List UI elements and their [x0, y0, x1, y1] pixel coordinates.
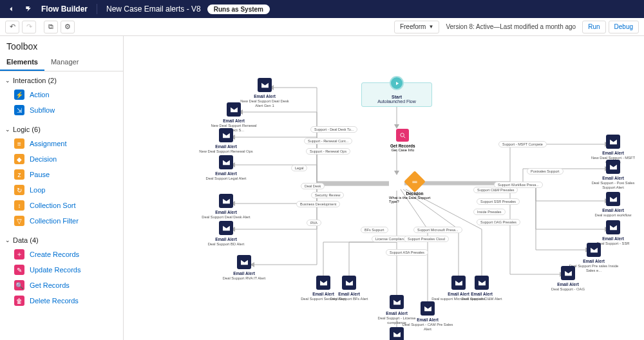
sidebar-item-update-records[interactable]: ✎Update Records [0, 262, 123, 278]
email-icon [342, 276, 356, 290]
edge-label: Security Review [311, 192, 344, 198]
email-icon [219, 128, 233, 142]
start-sub: Autolaunched Flow [377, 99, 416, 104]
sidebar: Toolbox Elements Manager ⌄Interaction (2… [0, 36, 124, 340]
header-divider [97, 4, 97, 14]
email-node-6[interactable]: Email AlertDeal Support BD Alert [198, 221, 254, 247]
copy-button[interactable]: ⧉ [44, 21, 58, 33]
update-icon: ✎ [14, 265, 24, 275]
edge-label: Support - Renewal Ops [306, 148, 350, 155]
pause-icon: z [14, 169, 24, 180]
sidebar-title: Toolbox [0, 36, 123, 54]
sidebar-item-collection-sort[interactable]: ↕Collection Sort [0, 198, 123, 213]
subflow-icon: ⇲ [14, 105, 24, 115]
email-icon [421, 301, 435, 316]
sidebar-item-delete-records[interactable]: 🗑Delete Records [0, 293, 123, 308]
sidebar-item-loop[interactable]: ↻Loop [0, 182, 123, 198]
edge-label: Support - Deal Desk To... [310, 126, 357, 133]
action-icon: ⚡ [14, 90, 24, 100]
back-button[interactable] [5, 3, 17, 15]
settings-button[interactable]: ⚙ [61, 21, 75, 33]
edge-label: BFs Support [361, 227, 388, 233]
email-icon [237, 255, 251, 269]
toolbar: ↶ ↷ ⧉ ⚙ Freeform ▼ Version 8: Active—Las… [0, 18, 644, 36]
email-icon [475, 276, 489, 290]
email-node-12[interactable]: Email AlertDeal Support - CAM Pre Sales … [399, 301, 456, 332]
assignment-icon: ≡ [14, 138, 24, 149]
edge-label: Support Microsoft Presa... [413, 227, 462, 233]
get-records-icon [396, 129, 409, 142]
email-node-15[interactable]: Email AlertDeal Support - OAG [540, 266, 596, 292]
app-title: Flow Builder [41, 5, 88, 14]
email-icon [227, 102, 241, 117]
sidebar-item-get-records[interactable]: 🔍Get Records [0, 278, 123, 293]
svg-point-22 [401, 133, 404, 137]
email-node-18[interactable]: Email AlertDeal support workflow [585, 192, 641, 218]
get-records-node[interactable]: Get Records Get Case Info [390, 129, 415, 152]
sidebar-item-decision[interactable]: ◆Decision [0, 151, 123, 167]
email-icon [606, 220, 620, 234]
get-records-title: Get Records [390, 144, 415, 148]
group-logic[interactable]: ⌄Logic (6) [0, 123, 123, 136]
decision-node[interactable]: Decision What is the Deal Support Type? [389, 174, 440, 203]
edge-label: Support Presales Cloud [404, 236, 449, 242]
sidebar-item-pause[interactable]: zPause [0, 167, 123, 182]
layout-mode-select[interactable]: Freeform ▼ [394, 21, 439, 33]
email-node-14[interactable]: Email AlertDeal Support CI&M Alert [453, 276, 510, 301]
email-icon [606, 192, 620, 206]
sidebar-item-subflow[interactable]: ⇲Subflow [0, 102, 123, 118]
filter-icon: ▽ [14, 216, 24, 226]
play-icon [390, 76, 404, 90]
email-icon [219, 221, 233, 235]
debug-button[interactable]: Debug [609, 21, 639, 33]
flow-canvas[interactable]: Start Autolaunched Flow Get Records Get … [124, 36, 644, 340]
email-icon [219, 194, 233, 208]
edge-label: Support ASA Presales [386, 249, 428, 256]
email-icon [561, 266, 575, 280]
email-node-3[interactable]: Email AlertNew Deal Support Renewal Ops [198, 128, 254, 154]
email-node-19[interactable]: Email AlertDeal Support - Post Sales Sup… [585, 160, 641, 190]
sidebar-item-assignment[interactable]: ≡Assignment [0, 136, 123, 151]
sidebar-item-collection-filter[interactable]: ▽Collection Filter [0, 213, 123, 229]
create-icon: ＋ [14, 249, 24, 260]
email-icon [606, 160, 620, 174]
edge-label: Support OAG Presales [477, 219, 520, 225]
sort-icon: ↕ [14, 200, 24, 211]
delete-icon: 🗑 [14, 296, 24, 306]
get-records-sub: Get Case Info [391, 148, 414, 152]
email-node-7[interactable]: Email AlertDeal Support RVA IT Alert [216, 255, 272, 281]
tab-elements[interactable]: Elements [0, 54, 44, 71]
edge-label: RVA [307, 220, 321, 226]
start-title: Start [392, 95, 402, 99]
start-node[interactable]: Start Autolaunched Flow [361, 76, 432, 107]
group-data[interactable]: ⌄Data (4) [0, 234, 123, 247]
undo-button[interactable]: ↶ [5, 21, 19, 33]
email-node-4[interactable]: Email AlertDeal Support Legal Alert [198, 155, 254, 181]
flow-name: New Case Email alerts - V8 [106, 5, 201, 14]
edge-label: Postsales Support [527, 168, 564, 175]
edge-label: Legal [291, 165, 307, 171]
email-node-5[interactable]: Email AlertDeal Support Deal Desk Alert [198, 194, 254, 220]
layout-mode-label: Freeform [400, 23, 426, 30]
email-icon [587, 243, 601, 257]
email-icon [219, 155, 233, 169]
decision-icon: ◆ [14, 154, 24, 164]
sidebar-item-create-records[interactable]: ＋Create Records [0, 247, 123, 262]
sidebar-item-action[interactable]: ⚡Action [0, 87, 123, 102]
edge-label: Support - Renewal Cont... [304, 138, 352, 144]
edge-label: Inside Presales [473, 209, 506, 215]
loop-icon: ↻ [14, 185, 24, 195]
decision-sub: What is the Deal Support Type? [389, 196, 440, 203]
group-interaction[interactable]: ⌄Interaction (2) [0, 74, 123, 87]
run-as-pill: Runs as System [207, 5, 270, 14]
get-icon: 🔍 [14, 280, 24, 290]
edge-label: Deal Desk [301, 183, 325, 189]
run-button[interactable]: Run [582, 21, 605, 33]
decision-icon [404, 171, 426, 193]
version-text: Version 8: Active—Last modified a month … [446, 23, 576, 30]
tab-manager[interactable]: Manager [44, 54, 85, 71]
edge-label: Support Workflow Presa... [494, 182, 543, 188]
sidebar-tabs: Elements Manager [0, 54, 123, 71]
redo-button[interactable]: ↷ [22, 21, 36, 33]
email-icon [258, 78, 272, 92]
